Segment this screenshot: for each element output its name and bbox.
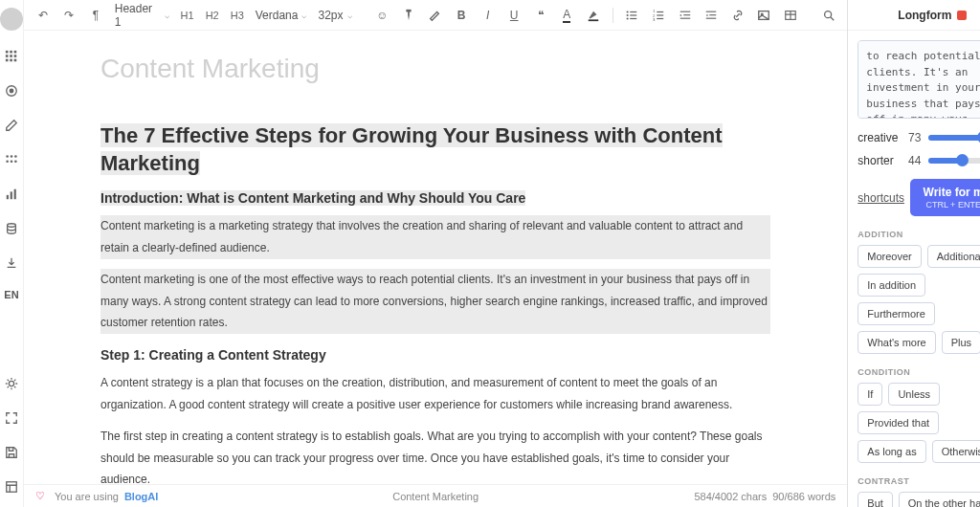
svg-point-25 <box>627 11 629 12</box>
fill-color-icon[interactable] <box>586 8 601 23</box>
chevron-down-icon: ⌵ <box>347 11 352 20</box>
svg-rect-40 <box>706 11 717 11</box>
svg-rect-19 <box>14 189 16 200</box>
heading-h3[interactable]: H3 <box>231 10 244 21</box>
emoji-icon[interactable]: ☺ <box>375 8 390 23</box>
apps-icon[interactable] <box>3 48 20 65</box>
image-icon[interactable] <box>757 8 772 23</box>
chip[interactable]: In addition <box>858 274 925 297</box>
bold-icon[interactable]: B <box>454 8 469 23</box>
heading-h2[interactable]: H2 <box>206 10 219 21</box>
chip[interactable]: As long as <box>858 440 925 463</box>
slider-shorter: shorter44 <box>858 154 980 167</box>
svg-rect-38 <box>683 14 690 15</box>
svg-rect-24 <box>589 19 599 21</box>
status-words: 90/686 words <box>772 491 835 502</box>
chip[interactable]: Otherwise <box>932 440 980 463</box>
svg-point-29 <box>627 17 629 19</box>
download-icon[interactable] <box>3 254 20 272</box>
quote-icon[interactable]: ❝ <box>533 8 548 23</box>
search-icon[interactable] <box>821 8 836 23</box>
heading-h1[interactable]: H1 <box>181 10 194 21</box>
chip-group-heading: CONDITION <box>858 367 980 377</box>
chip-group-contrast: CONTRASTButOn the other handWhileNotwith… <box>858 476 980 507</box>
underline-icon[interactable]: U <box>506 8 522 23</box>
svg-rect-3 <box>6 55 9 57</box>
chip-group-condition: CONDITIONIfUnlessProvided thatAs long as… <box>858 367 980 463</box>
chip[interactable]: Provided that <box>858 411 939 434</box>
layout-icon[interactable] <box>3 478 20 496</box>
brightness-icon[interactable] <box>3 375 20 392</box>
link-icon[interactable] <box>730 8 746 23</box>
italic-icon[interactable]: I <box>480 8 496 23</box>
status-using: You are using <box>55 491 119 502</box>
chip[interactable]: Furthermore <box>858 302 935 325</box>
table-icon[interactable] <box>783 8 798 23</box>
indent-icon[interactable] <box>703 8 719 23</box>
svg-rect-26 <box>631 11 637 11</box>
redo-icon[interactable]: ↷ <box>62 8 78 23</box>
chip[interactable]: On the other hand <box>899 492 980 507</box>
text-color-icon[interactable]: A <box>560 8 575 23</box>
language-indicator[interactable]: EN <box>4 289 18 300</box>
database-icon[interactable] <box>3 220 20 237</box>
slider-track[interactable] <box>928 135 980 141</box>
target-icon[interactable] <box>3 82 20 99</box>
doc-heading-1: The 7 Effective Steps for Growing Your B… <box>100 123 723 175</box>
svg-point-27 <box>627 13 629 15</box>
chip[interactable]: If <box>858 383 882 406</box>
save-icon[interactable] <box>3 444 20 461</box>
font-dropdown[interactable]: Verdana⌵ <box>256 9 307 22</box>
chip[interactable]: But <box>858 492 893 507</box>
slider-label: creative <box>858 131 898 144</box>
status-chars: 584/4002 chars <box>694 491 767 502</box>
doc-paragraph: The first step in creating a content str… <box>100 426 770 484</box>
chip[interactable]: Moreover <box>858 245 921 268</box>
svg-point-15 <box>11 160 13 163</box>
paragraph-icon[interactable]: ¶ <box>88 8 103 23</box>
editor-toolbar: ↶ ↷ ¶ Header 1⌵ H1 H2 H3 Verdana⌵ 32px⌵ … <box>24 0 847 31</box>
analytics-icon[interactable] <box>3 186 20 203</box>
record-icon[interactable] <box>957 11 967 20</box>
svg-rect-32 <box>657 11 663 11</box>
heart-icon: ♡ <box>35 490 45 502</box>
font-size-dropdown[interactable]: 32px⌵ <box>318 9 351 22</box>
document-editor[interactable]: Content Marketing The 7 Effective Steps … <box>24 31 847 484</box>
page-title: Content Marketing <box>100 54 770 84</box>
shortcuts-link[interactable]: shortcuts <box>858 191 904 205</box>
svg-rect-6 <box>6 59 9 62</box>
dots-icon[interactable] <box>3 151 20 168</box>
chip[interactable]: Plus <box>942 331 980 354</box>
doc-heading-step1: Step 1: Creating a Content Strategy <box>100 347 770 363</box>
highlight-icon[interactable] <box>428 8 443 23</box>
format-paint-icon[interactable] <box>401 8 416 23</box>
chip[interactable]: Additionally <box>927 245 980 268</box>
style-dropdown[interactable]: Header 1⌵ <box>115 2 169 29</box>
svg-rect-28 <box>631 14 637 15</box>
chevron-down-icon: ⌵ <box>165 11 169 20</box>
svg-rect-7 <box>10 59 12 62</box>
context-textarea[interactable] <box>858 40 980 119</box>
svg-rect-34 <box>657 14 663 15</box>
doc-paragraph: Content marketing is one of the most eff… <box>100 269 770 334</box>
slider-track[interactable] <box>928 158 980 164</box>
write-for-me-button[interactable]: Write for me CTRL + ENTER <box>910 179 980 216</box>
svg-rect-30 <box>631 17 637 18</box>
outdent-icon[interactable] <box>678 8 693 23</box>
doc-paragraph: Content marketing is a marketing strateg… <box>100 215 770 259</box>
svg-rect-22 <box>7 482 17 493</box>
svg-rect-37 <box>679 11 690 11</box>
bullet-list-icon[interactable] <box>625 8 640 23</box>
status-brand[interactable]: BlogAI <box>124 491 158 502</box>
svg-rect-17 <box>7 195 9 199</box>
pencil-icon[interactable] <box>3 117 20 134</box>
fullscreen-icon[interactable] <box>3 409 20 427</box>
chip[interactable]: Unless <box>888 383 940 406</box>
svg-point-21 <box>9 381 13 386</box>
slider-thumb[interactable] <box>956 154 969 166</box>
chip[interactable]: What's more <box>858 331 935 354</box>
undo-icon[interactable]: ↶ <box>35 8 51 23</box>
svg-rect-39 <box>679 17 690 18</box>
ordered-list-icon[interactable]: 123 <box>651 8 666 23</box>
avatar[interactable] <box>0 8 23 31</box>
